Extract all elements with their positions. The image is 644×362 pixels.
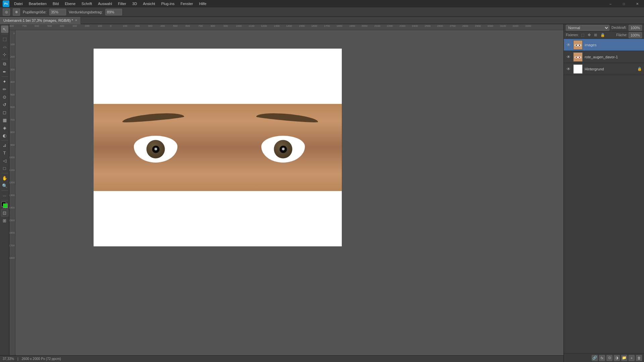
ruler-left-mark: 1600 [9,231,15,234]
document-canvas[interactable]: ⊕ [94,49,342,246]
tool-shape[interactable]: □ [1,165,8,172]
tool-text[interactable]: T [1,149,8,157]
right-pupil [279,145,287,153]
ruler-left-mark: 1700 [9,244,15,247]
minimize-button[interactable]: – [604,0,617,7]
tool-history[interactable]: ↺ [1,101,8,108]
ruler-mark: 200 [85,24,89,27]
menu-bearbeiten[interactable]: Bearbeiten [26,1,49,6]
darken-input[interactable] [105,9,122,15]
tool-blur[interactable]: ◈ [1,124,8,131]
ruler-mark: 2200 [387,24,393,27]
menu-3d[interactable]: 3D [129,1,140,6]
menu-datei[interactable]: Datei [11,1,25,6]
ruler-mark: 2600 [437,24,443,27]
layer-row-rote-augen[interactable]: 👁 rote_augen_davor-1 [564,51,644,63]
ruler-left-mark: 400 [10,80,15,83]
maximize-button[interactable]: □ [617,0,631,7]
layer-visibility-rote[interactable]: 👁 [566,54,571,60]
tool-crop[interactable]: ⧉ [1,60,8,68]
tool-screenmode[interactable]: ⊞ [1,217,8,224]
menu-ansicht[interactable]: Ansicht [140,1,158,6]
canvas-white-bottom [94,191,342,246]
tool-brush[interactable]: ✏ [1,85,8,93]
document-tab[interactable]: Unbenannt-1 bei 37,3% (images, RGB/8) * … [0,17,81,24]
ruler-mark: 3000 [487,24,493,27]
tool-move[interactable]: ↖ [1,25,8,33]
pupilsize-input[interactable] [49,9,66,15]
layer-delete-btn[interactable]: 🗑 [636,355,642,361]
layer-folder-btn[interactable]: 📁 [621,355,627,361]
layer-fx-btn[interactable]: fx [599,355,605,361]
tool-lasso[interactable]: ⌓ [1,43,8,50]
ruler-mark: 800 [9,24,14,27]
tool-zoom[interactable]: 🔍 [1,182,8,189]
tool-path-select[interactable]: ◁ [1,157,8,164]
tool-hand[interactable]: ✋ [1,174,8,182]
ruler-mark: 1800 [336,24,342,27]
ruler-mark: 2900 [475,24,481,27]
fill-input[interactable] [629,32,642,38]
dimensions-display: 2600 x 2000 Px (72 ppcm) [22,357,61,361]
tool-separator-1 [1,34,8,34]
tool-foreground-color[interactable] [1,201,8,209]
ruler-left-mark: 1500 [9,219,15,222]
app-icon: Ps [3,0,9,7]
canvas-area[interactable]: ⊕ [15,30,564,355]
layer-lock-icon: 🔒 [637,67,642,71]
left-toolbar: ↖ ⬚ ⌓ ⊹ ⧉ ✒ ✦ ✏ ⊙ ↺ ◻ ▦ ◈ ◐ ⊿ T ◁ □ ✋ 🔍 … [0,24,9,355]
ruler-left-mark: 700 [10,118,15,121]
layer-row-hintergrund[interactable]: 👁 Hintergrund 🔒 [564,63,644,75]
ruler-left-mark: 1400 [9,206,15,209]
layer-mask-btn[interactable]: ⊙ [606,355,612,361]
lock-all-btn[interactable]: 🔒 [599,33,606,38]
tool-gradient[interactable]: ▦ [1,116,8,124]
tool-dodge[interactable]: ◐ [1,132,8,139]
tool-quickmask[interactable]: ⊡ [1,209,8,217]
ruler-mark: 500 [173,24,177,27]
tool-dots[interactable]: ··· [1,192,8,199]
tool-pen[interactable]: ⊿ [1,141,8,149]
menu-auswahl[interactable]: Auswahl [95,1,115,6]
menu-plugins[interactable]: Plug-ins [158,1,177,6]
close-button[interactable]: ✕ [631,0,644,7]
tool-separator-4 [1,140,8,140]
tool-option-btn2[interactable]: ⊕ [13,8,20,16]
menu-bar: Ps Datei Bearbeiten Bild Ebene Schrift A… [0,0,644,7]
menu-filter[interactable]: Filter [115,1,129,6]
menu-bild[interactable]: Bild [50,1,61,6]
ruler-mark: 600 [35,24,39,27]
tool-marquee[interactable]: ⬚ [1,35,8,43]
lock-artboard-btn[interactable]: ⊞ [593,33,598,38]
tool-magic-wand[interactable]: ⊹ [1,51,8,58]
tool-eraser[interactable]: ◻ [1,109,8,116]
menu-fenster[interactable]: Fenster [178,1,196,6]
ruler-mark: 300 [148,24,152,27]
tool-spot-heal[interactable]: ✦ [1,78,8,85]
menu-schrift[interactable]: Schrift [79,1,95,6]
fill-label: Fläche: [616,33,627,37]
ruler-mark: 1600 [311,24,317,27]
tab-bar: Unbenannt-1 bei 37,3% (images, RGB/8) * … [0,17,644,24]
layer-add-btn[interactable]: + [629,355,635,361]
layer-visibility-images[interactable]: 👁 [566,42,571,48]
lock-pixels-btn[interactable]: ⬚ [580,33,585,38]
ruler-mark: 200 [135,24,140,27]
tab-close-icon[interactable]: × [75,18,77,22]
tool-eyedropper[interactable]: ✒ [1,68,8,75]
layer-link-btn[interactable]: 🔗 [592,355,598,361]
layer-row-images[interactable]: 👁 images [564,39,644,51]
ruler-mark: 900 [223,24,228,27]
ruler-mark: 600 [185,24,190,27]
opacity-input[interactable] [629,25,642,31]
menu-ebene[interactable]: Ebene [62,1,78,6]
blend-mode-select[interactable]: Normal [566,25,609,31]
lock-move-btn[interactable]: ✥ [587,33,592,38]
layer-adjustment-btn[interactable]: ◑ [614,355,620,361]
layer-visibility-hintergrund[interactable]: 👁 [566,66,571,72]
tool-stamp[interactable]: ⊙ [1,93,8,101]
canvas-image[interactable]: ⊕ [94,104,342,191]
tool-option-btn1[interactable]: ◎ [3,8,10,16]
ruler-mark: 1900 [349,24,355,27]
menu-hilfe[interactable]: Hilfe [196,1,209,6]
